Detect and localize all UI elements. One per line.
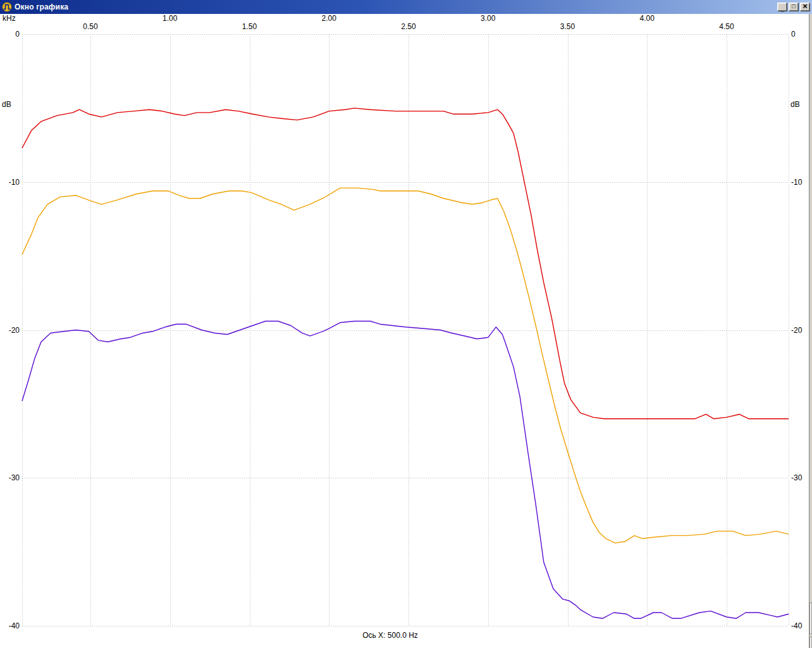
y-tick-label-right: -40 [791,621,802,630]
x-tick-label: 4.50 [719,22,734,31]
y-unit-label-left: dB [2,100,11,109]
status-cursor-readout: Ось X: 500.0 Hz [0,631,780,640]
graph-window: Окно графика _ □ × kHz dB dB 0.501.001.5… [0,0,812,648]
x-tick-label: 1.00 [163,14,177,23]
y-tick-label-left: -40 [0,621,20,630]
y-tick-label-left: -20 [0,326,20,335]
x-tick-label: 2.00 [322,14,336,23]
y-tick-label-right: -20 [791,326,802,335]
y-tick-label-right: -30 [791,473,802,482]
curve-red [22,108,789,419]
y-tick-label-right: 0 [791,30,796,39]
scrollbar-fragment-top[interactable] [809,602,812,634]
y-unit-label-right: dB [790,100,800,109]
window-right-border [809,14,812,648]
curve-orange [22,188,789,543]
x-tick-label: 3.50 [560,22,575,31]
x-tick-label: 4.00 [640,14,655,23]
x-tick-label: 2.50 [401,22,415,31]
x-tick-label: 0.50 [83,22,97,31]
y-tick-label-left: 0 [0,30,20,39]
y-tick-label-left: -10 [0,178,20,187]
plot-area[interactable] [0,0,812,648]
curve-blue [22,321,789,619]
x-tick-label: 1.50 [242,22,257,31]
y-tick-label-right: -10 [791,178,802,187]
x-unit-label: kHz [3,14,16,23]
y-tick-label-left: -30 [0,473,20,482]
scrollbar-fragment-bottom[interactable] [809,637,812,648]
x-tick-label: 3.00 [481,14,495,23]
